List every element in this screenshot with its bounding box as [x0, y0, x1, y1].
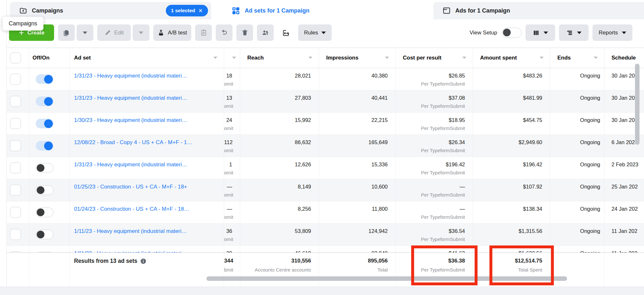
impressions-value: 165,649	[319, 139, 395, 145]
adset-link[interactable]: 1/31/23 - Heavy equipment (industrial ma…	[70, 73, 224, 79]
row-checkbox[interactable]	[10, 162, 21, 173]
cost-sub-label: Per TypeformSubmit	[396, 103, 473, 109]
row-results-cell: 112omit	[224, 135, 240, 157]
impressions-value: 11,800	[319, 206, 395, 212]
sort-icon	[213, 57, 217, 59]
selected-count-badge[interactable]: 1 selected	[166, 5, 208, 16]
breakdown-button[interactable]	[559, 24, 589, 41]
row-checkbox[interactable]	[10, 118, 21, 129]
row-checkbox[interactable]	[10, 229, 21, 240]
adset-link[interactable]: 1/31/23 - Heavy equipment (industrial ma…	[70, 95, 224, 101]
ends-value: Ongoing	[550, 117, 604, 123]
tab-ad-sets[interactable]: Ad sets for 1 Campaign	[223, 2, 429, 19]
chevron-down-icon	[622, 32, 626, 34]
column-header-ad-set[interactable]: Ad set	[70, 48, 224, 68]
adset-link[interactable]: 01/24/23 - Construction - US + CA - M+F …	[70, 206, 224, 212]
duplicate-dropdown-button[interactable]	[77, 24, 93, 41]
row-spent-cell: $483.26	[473, 68, 550, 90]
adset-link[interactable]: 1/30/23 - Heavy equipment (industrial ma…	[70, 117, 224, 124]
ads-frame-icon	[442, 6, 451, 15]
row-ends-cell: Ongoing	[550, 90, 604, 112]
results-value: 13	[224, 95, 240, 101]
select-all-checkbox[interactable]	[10, 52, 21, 63]
row-toggle[interactable]	[36, 230, 53, 239]
impressions-value: 22,215	[319, 117, 395, 123]
adset-link[interactable]: 01/25/23 - Construction - US + CA - M+F …	[70, 184, 224, 190]
table-row: 1/31/23 - Heavy equipment (industrial ma…	[7, 157, 644, 179]
row-checkbox[interactable]	[10, 140, 21, 151]
column-header-amount-spent[interactable]: Amount spent	[473, 48, 550, 68]
toggle-knob	[44, 142, 53, 150]
results-sub-label: omit	[224, 103, 240, 109]
row-reach-cell: 8,256	[240, 201, 319, 223]
row-ends-cell: Ongoing	[550, 201, 604, 223]
row-toggle[interactable]	[36, 74, 53, 84]
clipboard-button[interactable]	[195, 24, 212, 41]
summary-impressions-cell: 895,056Total	[319, 253, 396, 287]
sort-icon	[540, 57, 544, 59]
rules-button[interactable]: Rules	[298, 24, 332, 41]
column-header-cost-per-result[interactable]: Cost per result	[396, 48, 473, 68]
adset-link[interactable]: 12/08/22 - Broad - Copy 4 - US + CA - M+…	[70, 139, 224, 146]
preview-code-button[interactable]	[278, 24, 294, 41]
duplicate-button[interactable]	[58, 24, 75, 41]
edit-dropdown-button[interactable]	[133, 24, 149, 41]
toggle-knob	[37, 164, 44, 172]
row-name-cell: 12/08/22 - Broad - Copy 4 - US + CA - M+…	[70, 135, 224, 157]
undo-button[interactable]	[216, 24, 232, 41]
row-toggle[interactable]	[36, 97, 53, 106]
amount-spent-value: $196.42	[473, 161, 550, 168]
results-sub-label: omit	[224, 192, 240, 198]
view-setup-toggle[interactable]	[502, 28, 522, 38]
tooltip: Campaigns	[3, 17, 43, 31]
edit-button[interactable]: Edit	[97, 24, 131, 41]
toggle-knob	[44, 119, 53, 128]
row-toggle[interactable]	[36, 119, 53, 128]
ends-value: Ongoing	[550, 95, 604, 101]
row-toggle[interactable]	[36, 207, 53, 217]
row-toggle[interactable]	[36, 163, 53, 173]
select-all-header[interactable]	[7, 48, 29, 68]
row-checkbox[interactable]	[10, 96, 21, 107]
schedule-value: 11 Jan 202	[604, 228, 644, 234]
ends-value: Ongoing	[550, 161, 604, 168]
plus-icon	[19, 30, 24, 35]
adset-link[interactable]: 1/11/23 - Heavy equipment (industrial ma…	[70, 250, 224, 253]
row-check-cell	[7, 246, 29, 253]
pencil-icon	[104, 29, 111, 36]
row-toggle[interactable]	[36, 141, 53, 151]
table-row: 12/08/22 - Broad - Copy 4 - US + CA - M+…	[7, 135, 644, 157]
row-toggle[interactable]	[36, 185, 53, 195]
row-name-cell: 1/31/23 - Heavy equipment (industrial ma…	[70, 157, 224, 179]
reach-value: 12,626	[240, 161, 319, 168]
selected-count-label: 1 selected	[171, 8, 195, 14]
delete-button[interactable]	[236, 24, 253, 41]
adset-link[interactable]: 1/31/23 - Heavy equipment (industrial ma…	[70, 161, 224, 168]
column-header-results[interactable]	[224, 48, 240, 68]
row-toggle-cell	[29, 68, 70, 90]
row-results-cell: 36omit	[224, 224, 240, 245]
reports-button[interactable]: Reports	[592, 24, 632, 41]
tab-ads[interactable]: Ads for 1 Campaign	[433, 2, 644, 19]
column-header-ends[interactable]: Ends	[550, 48, 604, 68]
info-icon[interactable]	[140, 258, 147, 264]
column-header-impressions[interactable]: Impressions	[319, 48, 396, 68]
adset-link[interactable]: 1/11/23 - Heavy equipment (industrial ma…	[70, 228, 224, 235]
code-arrow-icon	[282, 29, 290, 37]
row-toggle-cell	[29, 90, 70, 112]
row-checkbox[interactable]	[10, 185, 21, 196]
row-reach-cell: 46,619	[240, 246, 319, 253]
column-header-reach[interactable]: Reach	[240, 48, 319, 68]
vertical-scrollbar[interactable]	[635, 64, 639, 145]
row-cost-cell: —Per TypeformSubmit	[396, 179, 473, 201]
ab-test-button[interactable]: A/B test	[153, 24, 191, 41]
results-sub-label: omit	[224, 214, 240, 220]
sort-icon	[232, 57, 236, 59]
row-impressions-cell: 40,441	[319, 90, 396, 112]
reach-value: 27,803	[240, 95, 319, 101]
row-checkbox[interactable]	[10, 74, 21, 85]
columns-button[interactable]	[526, 24, 555, 41]
close-icon	[198, 8, 203, 13]
audiences-button[interactable]	[257, 24, 274, 41]
row-checkbox[interactable]	[10, 207, 21, 218]
